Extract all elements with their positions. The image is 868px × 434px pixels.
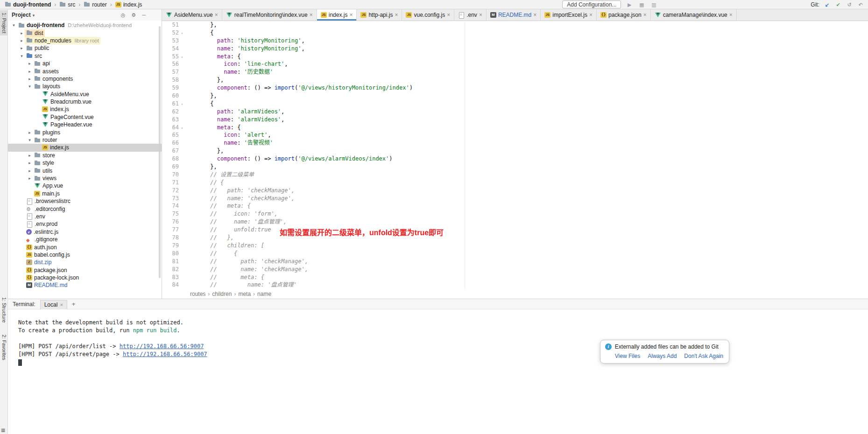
fold-marker-icon[interactable] xyxy=(179,100,185,108)
line-number[interactable]: 79 xyxy=(162,242,179,250)
tree-item-app.vue[interactable]: App.vue xyxy=(8,182,162,189)
line-number[interactable]: 81 xyxy=(162,258,179,266)
rollback-icon[interactable] xyxy=(857,1,864,8)
line-number[interactable]: 80 xyxy=(162,250,179,258)
line-number[interactable]: 83 xyxy=(162,273,179,281)
tree-item-utils[interactable]: utils xyxy=(8,167,162,174)
chevron-right-icon[interactable] xyxy=(27,77,33,81)
tree-item-duoji-frontend[interactable]: duoji-frontendD:\zheheWeb\duoji-frontend xyxy=(8,21,162,29)
line-number[interactable]: 60 xyxy=(162,92,179,100)
close-icon[interactable] xyxy=(213,12,218,18)
line-number[interactable]: 53 xyxy=(162,37,179,45)
line-number[interactable]: 73 xyxy=(162,195,179,203)
view-files-button[interactable]: View Files xyxy=(615,353,640,359)
chevron-right-icon[interactable] xyxy=(27,61,33,66)
close-icon[interactable] xyxy=(347,12,353,18)
chevron-down-icon[interactable] xyxy=(27,138,33,142)
tree-item-style[interactable]: style xyxy=(8,159,162,167)
tree-item-api[interactable]: api xyxy=(8,60,162,67)
toolwindow-switcher-icon[interactable] xyxy=(1,427,5,433)
close-icon[interactable] xyxy=(57,301,63,308)
line-number[interactable]: 65 xyxy=(162,131,179,139)
tree-item-index.js[interactable]: index.js xyxy=(8,105,162,113)
tree-item-auth.json[interactable]: auth.json xyxy=(8,243,162,251)
terminal-link[interactable]: http://192.168.66.56:9007 xyxy=(120,343,204,350)
tab-.env[interactable]: .env xyxy=(454,9,487,21)
line-number[interactable]: 69 xyxy=(162,163,179,171)
toolwindow-favorites-button[interactable]: 2: Favorites xyxy=(0,332,8,363)
tab-http-api.js[interactable]: http-api.js xyxy=(357,9,402,21)
editor-breadcrumb-routes[interactable]: routes xyxy=(190,291,205,297)
code-editor[interactable]: 51 },52 {53 path: 'historyMonitoring',54… xyxy=(162,21,868,289)
tree-item-package-lock.json[interactable]: package-lock.json xyxy=(8,274,162,281)
line-number[interactable]: 72 xyxy=(162,187,179,195)
line-number[interactable]: 74 xyxy=(162,202,179,210)
tree-item-views[interactable]: views xyxy=(8,175,162,182)
close-icon[interactable] xyxy=(642,12,647,18)
line-number[interactable]: 78 xyxy=(162,234,179,242)
tree-item-src[interactable]: src xyxy=(8,52,162,60)
chevron-down-icon[interactable] xyxy=(11,23,17,28)
tab-asidemenu.vue[interactable]: AsideMenu.vue xyxy=(162,9,222,21)
close-icon[interactable] xyxy=(727,12,733,18)
line-number[interactable]: 51 xyxy=(162,21,179,29)
git-commit-icon[interactable] xyxy=(834,1,842,8)
terminal-output[interactable]: Note that the development build is not o… xyxy=(8,309,868,434)
chevron-down-icon[interactable] xyxy=(27,84,33,89)
tree-scrollbar[interactable] xyxy=(159,26,161,278)
tree-item-node-modules[interactable]: node_moduleslibrary root xyxy=(8,37,162,44)
close-icon[interactable] xyxy=(477,12,482,18)
terminal-link[interactable]: http://192.168.66.56:9007 xyxy=(123,351,207,357)
line-number[interactable]: 76 xyxy=(162,218,179,226)
tree-item-pagecontent.vue[interactable]: PageContent.vue xyxy=(8,113,162,121)
tree-item-asidemenu.vue[interactable]: AsideMenu.vue xyxy=(8,91,162,98)
chevron-down-icon[interactable] xyxy=(19,54,25,58)
line-number[interactable]: 56 xyxy=(162,60,179,68)
line-number[interactable]: 68 xyxy=(162,155,179,163)
build-icon[interactable] xyxy=(638,1,645,8)
line-number[interactable]: 70 xyxy=(162,171,179,179)
tree-item-breadcrumb.vue[interactable]: Breadcrumb.vue xyxy=(8,98,162,105)
coverage-icon[interactable] xyxy=(650,1,657,8)
fold-marker-icon[interactable] xyxy=(179,53,185,61)
line-number[interactable]: 63 xyxy=(162,116,179,124)
close-icon[interactable] xyxy=(308,12,313,18)
tree-item-.editorconfig[interactable]: .editorconfig xyxy=(8,205,162,212)
add-configuration-button[interactable]: Add Configuration... xyxy=(562,0,621,8)
chevron-right-icon[interactable] xyxy=(19,38,25,43)
history-icon[interactable] xyxy=(846,1,853,8)
line-number[interactable]: 52 xyxy=(162,29,179,37)
line-number[interactable]: 71 xyxy=(162,179,179,187)
chevron-right-icon[interactable] xyxy=(27,161,33,165)
chevron-right-icon[interactable] xyxy=(27,153,33,158)
line-number[interactable]: 61 xyxy=(162,100,179,108)
tree-item-public[interactable]: public xyxy=(8,44,162,52)
chevron-right-icon[interactable] xyxy=(27,130,33,135)
tree-item-store[interactable]: store xyxy=(8,152,162,159)
line-number[interactable]: 66 xyxy=(162,139,179,147)
tree-item-dist[interactable]: dist xyxy=(8,29,162,36)
terminal-tab-local[interactable]: Local xyxy=(40,300,67,309)
tree-item-.eslintrc.js[interactable]: .eslintrc.js xyxy=(8,228,162,236)
tree-item-.env[interactable]: .env xyxy=(8,213,162,220)
tree-item-assets[interactable]: assets xyxy=(8,67,162,75)
tree-item-main.js[interactable]: main.js xyxy=(8,190,162,197)
line-number[interactable]: 77 xyxy=(162,226,179,234)
editor-breadcrumb-meta[interactable]: meta xyxy=(238,291,251,297)
tab-importexcel.js[interactable]: importExcel.js xyxy=(541,9,597,21)
breadcrumb-router[interactable]: router xyxy=(83,1,107,8)
tree-item-layouts[interactable]: layouts xyxy=(8,83,162,90)
chevron-right-icon[interactable] xyxy=(19,46,25,50)
git-update-icon[interactable] xyxy=(823,1,831,8)
editor-breadcrumb-children[interactable]: children xyxy=(212,291,232,297)
tree-item-pageheader.vue[interactable]: PageHeader.vue xyxy=(8,121,162,128)
new-terminal-icon[interactable] xyxy=(72,301,76,308)
tree-item-.browserslistrc[interactable]: .browserslistrc xyxy=(8,197,162,205)
editor-breadcrumb-name[interactable]: name xyxy=(257,291,271,297)
line-number[interactable]: 62 xyxy=(162,108,179,116)
close-icon[interactable] xyxy=(587,12,593,18)
run-icon[interactable] xyxy=(626,1,633,8)
locate-file-icon[interactable] xyxy=(121,12,126,18)
hide-panel-icon[interactable] xyxy=(142,12,146,18)
breadcrumb-src[interactable]: src xyxy=(58,1,76,8)
